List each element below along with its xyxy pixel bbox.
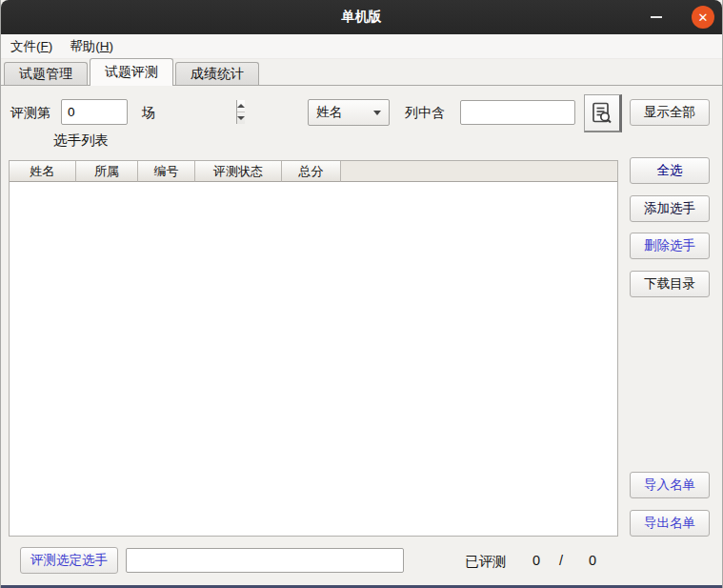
triangle-up-icon (237, 104, 245, 108)
count-separator: / (559, 553, 563, 568)
evaluated-label: 已评测 (465, 553, 507, 571)
footer-text-input[interactable] (126, 548, 404, 573)
tab-label: 试题管理 (19, 66, 72, 83)
menu-help[interactable]: 帮助(H) (70, 38, 113, 55)
download-catalog-button[interactable]: 下载目录 (630, 271, 710, 297)
player-list-label: 选手列表 (53, 132, 109, 150)
menu-file-mnemonic: F (41, 39, 49, 53)
spinner-buttons (236, 100, 245, 124)
filter-column-select[interactable]: 姓名 (308, 99, 390, 126)
select-all-button[interactable]: 全选 (630, 157, 710, 184)
tab-bar: 试题管理 试题评测 成绩统计 (1, 59, 722, 86)
triangle-down-icon (237, 116, 245, 120)
add-player-button[interactable]: 添加选手 (630, 195, 710, 222)
round-label-prefix: 评测第 (10, 105, 50, 122)
show-all-button[interactable]: 显示全部 (630, 99, 710, 126)
tab-score-statistics[interactable]: 成绩统计 (175, 62, 259, 85)
spinner-down-button[interactable] (237, 112, 245, 124)
window-title: 单机版 (342, 9, 382, 26)
minimize-button[interactable] (640, 0, 673, 34)
evaluate-selected-button[interactable]: 评测选定选手 (20, 547, 118, 574)
delete-player-button[interactable]: 删除选手 (630, 233, 710, 259)
import-list-button[interactable]: 导入名单 (630, 472, 710, 498)
player-table: 姓名 所属 编号 评测状态 总分 (9, 160, 618, 537)
column-header-status[interactable]: 评测状态 (195, 161, 282, 182)
tab-label: 成绩统计 (191, 66, 244, 83)
round-label-suffix: 场 (142, 105, 155, 122)
titlebar: 单机版 ✕ (1, 0, 722, 34)
search-in-list-icon (590, 101, 614, 126)
spinner-up-button[interactable] (237, 100, 245, 112)
close-button[interactable]: ✕ (692, 6, 714, 29)
contains-label: 列中含 (405, 105, 445, 122)
menu-file-pre: 文件( (10, 39, 41, 53)
total-count: 0 (589, 553, 596, 568)
chevron-down-icon (373, 111, 381, 115)
column-header-number[interactable]: 编号 (138, 161, 195, 182)
search-list-button[interactable] (584, 94, 622, 132)
tab-question-management[interactable]: 试题管理 (4, 62, 88, 85)
player-table-body[interactable] (10, 182, 617, 536)
tab-label: 试题评测 (105, 64, 158, 81)
column-header-affiliation[interactable]: 所属 (76, 161, 138, 182)
app-window: 单机版 ✕ 文件(F) 帮助(H) 试题管理 试题评测 成绩统计 评测第 场 姓… (0, 0, 723, 588)
close-icon: ✕ (698, 11, 709, 24)
menu-file[interactable]: 文件(F) (10, 38, 52, 55)
filter-column-value: 姓名 (316, 104, 342, 121)
filter-text-input[interactable] (460, 100, 575, 125)
column-header-filler (341, 161, 617, 182)
menu-file-post: ) (49, 39, 53, 53)
evaluated-count: 0 (532, 553, 540, 568)
export-list-button[interactable]: 导出名单 (630, 510, 710, 537)
column-header-name[interactable]: 姓名 (10, 161, 76, 182)
column-header-total-score[interactable]: 总分 (282, 161, 341, 182)
menubar: 文件(F) 帮助(H) (1, 34, 722, 59)
player-table-header: 姓名 所属 编号 评测状态 总分 (10, 161, 617, 182)
tab-question-evaluation[interactable]: 试题评测 (90, 58, 173, 86)
minimize-icon (651, 16, 662, 18)
round-number-spinner (61, 99, 128, 125)
menu-help-post: ) (110, 39, 114, 53)
menu-help-pre: 帮助( (70, 39, 100, 53)
menu-help-mnemonic: H (100, 39, 110, 53)
